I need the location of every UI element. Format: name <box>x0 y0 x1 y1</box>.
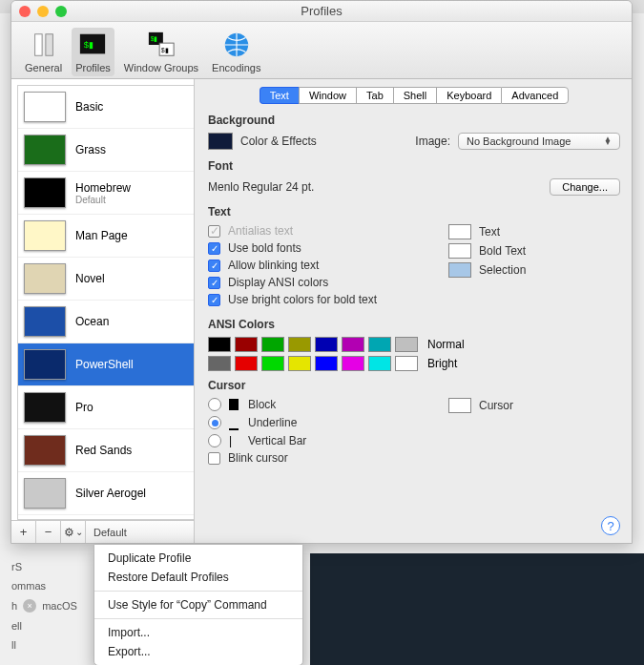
profile-thumbnail <box>24 306 66 337</box>
profile-thumbnail <box>24 135 66 165</box>
cursor-block-radio[interactable] <box>208 398 221 411</box>
profile-name: Grass <box>75 143 106 156</box>
actions-menu-button[interactable] <box>61 521 86 543</box>
menu-restore[interactable]: Restore Default Profiles <box>94 568 302 587</box>
blink-cursor-label: Blink cursor <box>228 451 288 465</box>
set-default-button[interactable]: Default <box>86 521 194 543</box>
profile-red-sands[interactable]: Red Sands <box>18 429 194 472</box>
profile-powershell[interactable]: PowerShell <box>18 343 194 386</box>
gear-icon <box>64 525 74 539</box>
remove-profile-button[interactable]: − <box>36 521 61 543</box>
tab-keyboard[interactable]: Keyboard <box>436 87 501 104</box>
cursor-vbar-radio[interactable] <box>208 434 221 447</box>
traffic-lights <box>19 6 67 17</box>
cursor-heading: Cursor <box>208 379 620 392</box>
bold-fonts-checkbox[interactable] <box>208 242 220 255</box>
background-image-popup[interactable]: No Background Image ▲▼ <box>458 133 620 150</box>
profile-silver-aerogel[interactable]: Silver Aerogel <box>18 472 194 515</box>
svg-text:$▮: $▮ <box>84 40 93 50</box>
profile-name: Ocean <box>75 315 109 328</box>
profile-thumbnail <box>24 263 66 294</box>
block-label: Block <box>248 398 276 411</box>
ansi-swatch[interactable] <box>342 356 364 371</box>
selection-color-swatch[interactable] <box>448 262 471 278</box>
profile-ocean[interactable]: Ocean <box>18 301 194 343</box>
ansi-swatch[interactable] <box>288 337 311 352</box>
profile-name: Red Sands <box>75 444 132 457</box>
ansi-swatch[interactable] <box>395 337 418 352</box>
profiles-list[interactable]: BasicGrassHomebrewDefaultMan PageNovelOc… <box>17 85 194 520</box>
menu-separator <box>94 591 302 592</box>
ansi-swatch[interactable] <box>261 337 284 352</box>
profile-thumbnail <box>24 349 66 380</box>
profile-grass[interactable]: Grass <box>18 129 194 172</box>
profile-name: Silver Aerogel <box>75 487 146 500</box>
change-font-button[interactable]: Change... <box>550 178 620 196</box>
toolbar-profiles[interactable]: $▮Profiles <box>72 28 114 76</box>
blinking-checkbox[interactable] <box>208 260 220 272</box>
updown-icon: ▲▼ <box>604 137 612 145</box>
profile-thumbnail <box>24 92 66 122</box>
bg-text: ell <box>11 620 22 632</box>
add-profile-button[interactable]: + <box>11 521 36 543</box>
ansi-swatch[interactable] <box>208 356 231 371</box>
window-groups-icon: $▮$▮ <box>146 30 177 60</box>
toolbar-encodings[interactable]: Encodings <box>208 28 264 76</box>
profile-basic[interactable]: Basic <box>18 86 194 129</box>
text-color-swatch[interactable] <box>448 224 471 239</box>
ansi-swatch[interactable] <box>315 337 338 352</box>
tab-shell[interactable]: Shell <box>393 87 436 104</box>
cursor-underline-radio[interactable] <box>208 416 221 429</box>
ansi-swatch[interactable] <box>315 356 338 371</box>
ansi-checkbox[interactable] <box>208 277 220 289</box>
cursor-color-swatch[interactable] <box>448 398 471 413</box>
menu-import[interactable]: Import... <box>94 623 302 642</box>
sidebar-footer: + − Default <box>11 520 194 543</box>
profile-pro[interactable]: Pro <box>18 386 194 429</box>
toolbar-general[interactable]: General <box>21 28 66 76</box>
ansi-swatch[interactable] <box>395 356 418 371</box>
font-value: Menlo Regular 24 pt. <box>208 180 314 194</box>
ansi-swatch[interactable] <box>342 337 364 352</box>
bold-color-swatch[interactable] <box>448 243 471 259</box>
titlebar[interactable]: Profiles <box>11 1 632 22</box>
profile-novel[interactable]: Novel <box>18 258 194 301</box>
toolbar-label: General <box>25 62 62 73</box>
ansi-swatch[interactable] <box>368 337 391 352</box>
profile-thumbnail <box>24 220 66 251</box>
background-color-swatch[interactable] <box>208 133 233 150</box>
bright-bold-checkbox[interactable] <box>208 294 220 306</box>
profile-homebrew[interactable]: HomebrewDefault <box>18 172 194 215</box>
ansi-swatch[interactable] <box>235 337 258 352</box>
encodings-icon <box>221 30 252 60</box>
desktop-background <box>310 553 644 665</box>
block-cursor-icon <box>229 399 239 410</box>
help-button[interactable]: ? <box>601 516 620 535</box>
profile-thumbnail <box>24 177 66 208</box>
menu-use-style[interactable]: Use Style for “Copy” Command <box>94 595 302 614</box>
ansi-swatch[interactable] <box>208 337 231 352</box>
close-icon[interactable] <box>19 6 31 17</box>
tab-advanced[interactable]: Advanced <box>501 87 569 104</box>
settings-tabs: TextWindowTabShellKeyboardAdvanced <box>208 87 620 104</box>
ansi-swatch[interactable] <box>368 356 391 371</box>
ansi-swatch[interactable] <box>235 356 258 371</box>
profile-thumbnail <box>24 435 66 466</box>
menu-duplicate[interactable]: Duplicate Profile <box>94 549 302 568</box>
bg-text: ommas <box>11 580 46 592</box>
svg-text:$▮: $▮ <box>161 47 169 53</box>
tab-tab[interactable]: Tab <box>356 87 393 104</box>
profile-man-page[interactable]: Man Page <box>18 215 194 258</box>
minimize-icon[interactable] <box>37 6 49 17</box>
zoom-icon[interactable] <box>55 6 67 17</box>
profile-name: Man Page <box>75 229 128 242</box>
ansi-swatch[interactable] <box>288 356 311 371</box>
window-title: Profiles <box>67 4 576 18</box>
menu-export[interactable]: Export... <box>94 642 302 661</box>
tab-window[interactable]: Window <box>299 87 356 104</box>
tab-text[interactable]: Text <box>260 87 299 104</box>
blink-cursor-checkbox[interactable] <box>208 452 220 465</box>
profiles-icon: $▮ <box>77 30 108 60</box>
ansi-swatch[interactable] <box>261 356 284 371</box>
toolbar-window-groups[interactable]: $▮$▮Window Groups <box>120 28 202 76</box>
